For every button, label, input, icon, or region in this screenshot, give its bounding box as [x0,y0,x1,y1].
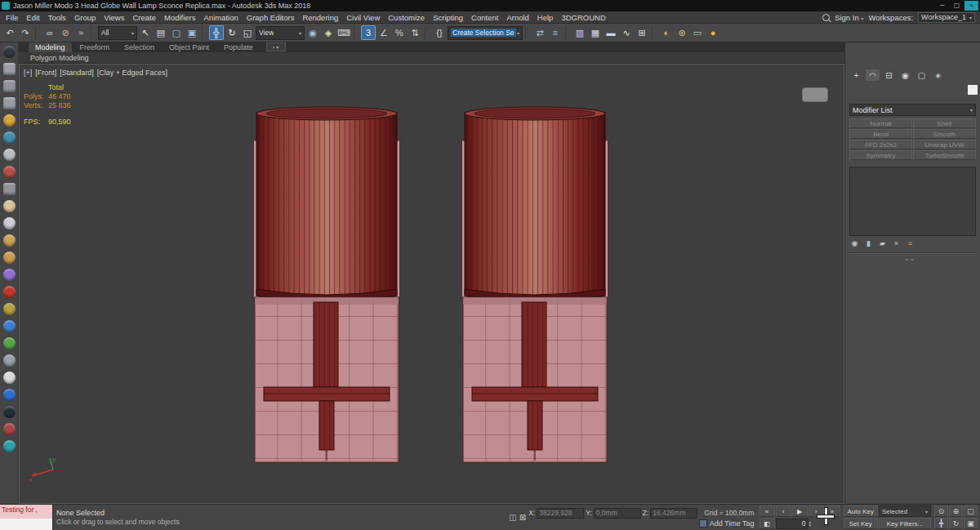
coordinate-y-input[interactable]: 0,0mm [594,508,641,519]
minimize-button[interactable]: ─ [935,1,949,11]
panel-resize-grip[interactable]: ⌄⌄ [904,255,915,262]
menu-views[interactable]: Views [100,13,128,22]
menu-file[interactable]: File [2,13,22,22]
snaps-toggle-3d-icon[interactable]: 3 [361,25,376,40]
spinner-down-icon[interactable]: ▾ [809,523,812,527]
dock-icon-22[interactable] [3,406,16,418]
menu-animation[interactable]: Animation [200,13,243,22]
dock-icon-07[interactable] [3,149,16,161]
tab-modeling[interactable]: Modeling [29,42,72,52]
menu-edit[interactable]: Edit [22,13,43,22]
dock-icon-09[interactable] [3,183,16,195]
command-tab-modify-icon[interactable]: ◠ [866,69,880,81]
dock-icon-24[interactable] [3,440,16,452]
viewport-menu-renderer[interactable]: [Standard] [60,69,94,77]
modifier-button-turbosmooth[interactable]: TurboSmooth [913,150,976,160]
rollout-scroll-thumb[interactable] [968,85,978,95]
dock-icon-19[interactable] [3,354,16,367]
dock-icon-04[interactable] [3,97,16,109]
reference-coordinate-system-dropdown[interactable]: View▾ [256,26,305,40]
show-end-result-icon[interactable]: ▮ [863,238,874,248]
key-mode-toggle[interactable]: ◧ [760,518,775,529]
isolate-selection-toggle-icon[interactable]: ◫ [509,513,516,522]
command-tab-motion-icon[interactable]: ◉ [898,69,912,81]
undo-icon[interactable]: ↶ [2,25,17,40]
auto-key-button[interactable]: Auto Key [844,506,878,517]
modifier-button-unwrap-uvw[interactable]: Unwrap UVW [913,140,976,149]
bind-to-space-warp-icon[interactable]: ≈ [74,25,88,40]
dock-icon-03[interactable] [3,80,16,92]
tab-object-paint[interactable]: Object Paint [163,42,216,52]
polygon-modeling-strip[interactable]: Polygon Modeling [19,52,844,64]
dock-icon-20[interactable] [3,372,16,384]
listener-line[interactable] [0,519,52,530]
dock-icon-01[interactable] [3,46,16,58]
select-and-scale-icon[interactable]: ◱ [240,25,255,40]
selection-filter-dropdown[interactable]: All▾ [98,26,137,40]
viewport-menu-shading[interactable]: [Clay + Edged Faces] [97,69,167,77]
dock-icon-05[interactable] [3,114,16,127]
align-icon[interactable]: ≡ [548,25,563,40]
select-and-manipulate-icon[interactable]: ◈ [321,25,336,40]
viewport[interactable]: [+] [Front] [Standard] [Clay + Edged Fac… [19,64,844,504]
zoom-extents-icon[interactable]: ▢ [964,506,978,517]
spinner-snap-toggle-icon[interactable]: ⇅ [408,25,422,40]
remove-modifier-icon[interactable]: × [891,238,902,248]
mirror-icon[interactable]: ⇄ [532,25,547,40]
menu-content[interactable]: Content [467,13,502,22]
toggle-ribbon-icon[interactable]: ▬ [604,25,618,40]
dock-icon-08[interactable] [3,166,16,178]
redo-icon[interactable]: ↷ [18,25,33,40]
zoom-icon[interactable]: ⊙ [934,506,948,517]
dock-icon-12[interactable] [3,234,16,247]
dock-icon-23[interactable] [3,423,16,435]
dock-icon-02[interactable] [3,63,16,75]
modifier-list-dropdown[interactable]: Modifier List ▾ [849,104,976,116]
modifier-stack[interactable] [849,167,976,236]
tab-populate[interactable]: Populate [217,42,260,52]
rendered-frame-window-icon[interactable]: ▭ [690,25,705,40]
dock-icon-14[interactable] [3,269,16,281]
next-frame-button[interactable]: › [808,506,824,517]
dock-icon-11[interactable] [3,217,16,229]
angle-snap-toggle-icon[interactable]: ∠ [376,25,391,40]
select-object-icon[interactable]: ↖ [138,25,153,40]
dock-icon-18[interactable] [3,337,16,350]
modifier-button-symmetry[interactable]: Symmetry [849,150,912,160]
menu-modifiers[interactable]: Modifiers [160,13,200,22]
curve-editor-icon[interactable]: ∿ [619,25,634,40]
make-unique-icon[interactable]: ▰ [877,238,888,248]
current-frame-input[interactable]: 0 [776,519,808,529]
maximize-viewport-toggle-icon[interactable]: ▣ [964,518,978,529]
menu-help[interactable]: Help [533,13,558,22]
modifier-button-normal[interactable]: Normal [849,118,912,128]
model-left[interactable] [253,103,400,464]
window-crossing-icon[interactable]: ▣ [185,25,199,40]
menu-tools[interactable]: Tools [44,13,70,22]
selection-lock-toggle-icon[interactable]: ⊠ [519,513,526,522]
edit-named-selection-sets-icon[interactable]: {} [432,25,447,40]
percent-snap-toggle-icon[interactable]: % [392,25,407,40]
coordinate-x-input[interactable]: 38229,928 [537,508,584,519]
menu-graph-editors[interactable]: Graph Editors [243,13,299,22]
command-tab-hierarchy-icon[interactable]: ⊟ [882,69,896,81]
menu-scripting[interactable]: Scripting [429,13,467,22]
dock-icon-17[interactable] [3,320,16,332]
go-to-end-button[interactable]: » [825,506,840,517]
menu-create[interactable]: Create [128,13,160,22]
menu-rendering[interactable]: Rendering [298,13,342,22]
maximize-button[interactable]: ▢ [950,1,964,11]
tab-selection[interactable]: Selection [118,42,161,52]
ribbon-config-dropdown[interactable]: ▪ ▾ [266,42,286,51]
frame-spinner[interactable]: ▴ ▾ [809,520,812,527]
dock-icon-06[interactable] [3,131,16,144]
previous-frame-button[interactable]: ‹ [776,506,791,517]
named-selection-sets-dropdown[interactable]: Create Selection Se▾ [448,26,523,40]
pan-icon[interactable]: ╋ [934,518,948,529]
menu-civil-view[interactable]: Civil View [342,13,384,22]
menu-group[interactable]: Group [70,13,100,22]
render-setup-icon[interactable]: ⊛ [675,25,689,40]
command-tab-display-icon[interactable]: ▢ [915,69,929,81]
add-time-tag-button[interactable]: Add Time Tag [710,519,755,528]
viewport-menu-pov[interactable]: [Front] [35,69,56,77]
